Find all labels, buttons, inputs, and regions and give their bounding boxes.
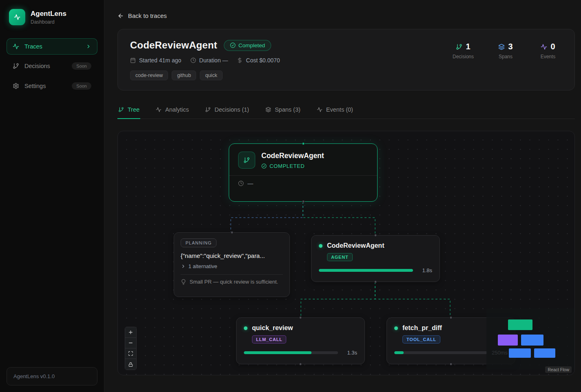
node-handle[interactable] xyxy=(230,231,233,234)
span-progress-row: 1.8s xyxy=(319,267,432,273)
edge-root-agent xyxy=(303,202,375,235)
node-handle[interactable] xyxy=(374,280,377,283)
stat-top: 0 xyxy=(541,42,555,51)
node-title: fetch_pr_diff xyxy=(402,324,442,332)
cost-meta: Cost $0.0070 xyxy=(237,57,280,64)
soon-badge: Soon xyxy=(72,62,91,70)
alternatives-toggle[interactable]: 1 alternative xyxy=(181,263,283,269)
git-branch-icon xyxy=(118,107,124,112)
tab-label: Tree xyxy=(128,106,139,113)
duration-meta: Duration — xyxy=(190,57,228,64)
minimap-node xyxy=(498,335,518,346)
tab-decisions[interactable]: Decisions (1) xyxy=(204,101,250,119)
tab-label: Decisions (1) xyxy=(214,106,249,113)
activity-icon xyxy=(317,107,323,112)
page-title: CodeReviewAgent xyxy=(130,40,217,51)
app-window: AgentLens Dashboard Traces Decisions Soo… xyxy=(0,0,581,392)
decision-reason-text: Small PR — quick review is sufficient. xyxy=(190,279,278,285)
flow-canvas[interactable]: CodeReviewAgent COMPLETED — P xyxy=(117,131,575,375)
lock-button[interactable] xyxy=(125,359,136,370)
node-handle[interactable] xyxy=(299,363,302,366)
tab-label: Events (0) xyxy=(326,106,353,113)
node-handle[interactable] xyxy=(450,363,453,366)
stat-label: Events xyxy=(541,54,556,59)
progress-track xyxy=(319,269,413,272)
sidebar-item-traces[interactable]: Traces xyxy=(7,38,97,55)
git-branch-icon xyxy=(238,152,255,169)
minimap[interactable] xyxy=(486,308,575,370)
sidebar-item-label: Traces xyxy=(24,43,42,50)
flow-node-root[interactable]: CodeReviewAgent COMPLETED — xyxy=(229,143,378,202)
progress-fill xyxy=(319,269,413,272)
stat-value: 1 xyxy=(466,42,470,51)
clock-icon xyxy=(190,57,196,63)
flow-node-planning[interactable]: PLANNING {"name":"quick_review","para...… xyxy=(174,232,290,297)
stat-top: 1 xyxy=(456,42,470,51)
node-status: COMPLETED xyxy=(261,163,324,169)
tab-tree[interactable]: Tree xyxy=(117,101,140,119)
flow-controls xyxy=(125,327,137,370)
dollar-icon xyxy=(237,57,243,63)
root-node-footer: — xyxy=(229,176,377,191)
cost-label: Cost $0.0070 xyxy=(246,57,280,64)
duration-label: Duration — xyxy=(199,57,228,64)
span-duration: 1.8s xyxy=(418,267,432,273)
tab-label: Spans (3) xyxy=(275,106,300,113)
progress-fill xyxy=(244,351,311,354)
node-handle[interactable] xyxy=(302,142,305,145)
stat-label: Decisions xyxy=(453,54,474,59)
trace-meta-row: Started 41m ago Duration — Cost $0.0070 xyxy=(130,57,280,64)
status-dot-icon xyxy=(319,244,323,248)
layers-icon xyxy=(265,107,271,112)
sidebar: AgentLens Dashboard Traces Decisions Soo… xyxy=(0,0,104,392)
started-label: Started 41m ago xyxy=(139,57,181,64)
span-type-badge: AGENT xyxy=(327,253,353,261)
tab-bar: Tree Analytics Decisions (1) Spans (3) E… xyxy=(117,101,575,119)
sidebar-item-settings[interactable]: Settings Soon xyxy=(7,77,97,95)
span-type-badge: TOOL_CALL xyxy=(402,335,440,344)
node-handle[interactable] xyxy=(374,234,377,237)
git-branch-icon xyxy=(13,63,19,69)
root-node-header: CodeReviewAgent COMPLETED xyxy=(229,144,377,169)
trace-header-left: CodeReviewAgent Completed Started 41m ag… xyxy=(130,40,280,80)
app-title-block: AgentLens Dashboard xyxy=(31,10,66,25)
tab-events[interactable]: Events (0) xyxy=(316,101,354,119)
activity-icon xyxy=(13,43,19,50)
stat-value: 0 xyxy=(550,42,555,51)
zoom-out-button[interactable] xyxy=(125,338,136,348)
progress-fill xyxy=(394,351,404,354)
flow-node-agent[interactable]: CodeReviewAgent AGENT 1.8s xyxy=(311,235,440,282)
sidebar-item-decisions[interactable]: Decisions Soon xyxy=(7,57,97,75)
back-to-traces-link[interactable]: Back to traces xyxy=(117,12,167,19)
activity-icon xyxy=(541,44,547,50)
node-handle[interactable] xyxy=(299,316,302,319)
trace-title-row: CodeReviewAgent Completed xyxy=(130,40,280,51)
back-link-label: Back to traces xyxy=(128,12,167,19)
tag: code-review xyxy=(130,70,168,80)
node-title: CodeReviewAgent xyxy=(327,242,384,249)
trace-tags: code-review github quick xyxy=(130,70,280,80)
status-dot-icon xyxy=(394,326,398,330)
sidebar-nav: Traces Decisions Soon Settings Soon xyxy=(0,36,104,97)
chevron-right-icon xyxy=(181,264,186,269)
fit-view-button[interactable] xyxy=(125,348,136,359)
arrow-left-icon xyxy=(117,13,124,19)
root-node-titles: CodeReviewAgent COMPLETED xyxy=(261,152,324,169)
node-handle[interactable] xyxy=(302,200,305,203)
tab-spans[interactable]: Spans (3) xyxy=(265,101,301,119)
node-handle[interactable] xyxy=(450,316,453,319)
minimap-node xyxy=(509,348,531,358)
tab-label: Analytics xyxy=(165,106,189,113)
chevron-right-icon xyxy=(86,44,91,49)
stat-decisions: 1 Decisions xyxy=(451,42,475,59)
app-version: AgentLens v0.1.0 xyxy=(7,367,97,385)
tab-analytics[interactable]: Analytics xyxy=(155,101,190,119)
edge-agent-llm xyxy=(301,282,375,317)
git-branch-icon xyxy=(205,107,211,112)
zoom-in-button[interactable] xyxy=(125,327,136,338)
span-progress-row: 1.3s xyxy=(244,350,357,356)
flow-node-quick-review[interactable]: quick_review LLM_CALL 1.3s xyxy=(236,317,365,364)
node-title: quick_review xyxy=(252,324,293,332)
minimap-node xyxy=(521,335,543,346)
span-type-badge: LLM_CALL xyxy=(252,335,286,344)
